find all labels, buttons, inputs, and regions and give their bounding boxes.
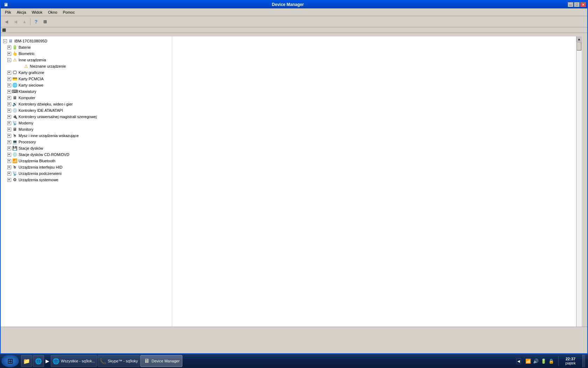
kgraf-label: Karty graficzne <box>19 70 44 75</box>
bt-expander[interactable]: + <box>6 158 12 164</box>
toolbar-back-btn[interactable]: ◀ <box>2 18 10 26</box>
komp-expander[interactable]: + <box>6 95 12 101</box>
kusb-icon: 🔌 <box>12 114 18 120</box>
mod-expander[interactable]: + <box>6 120 12 126</box>
quicklaunch-explorer[interactable]: 📁 <box>21 355 32 367</box>
tree-root-node[interactable]: – 🖥 IBM-17C8108095D <box>1 38 172 44</box>
systray-separator <box>558 356 559 366</box>
tree-node-bluetooth[interactable]: + 📶 Urządzenia Bluetooth <box>1 158 172 164</box>
stcd-label: Stacje dysków CD-ROM/DVD <box>19 152 69 157</box>
kide-icon: 💿 <box>12 108 18 113</box>
toolbar-up-btn[interactable]: ▲ <box>20 18 29 26</box>
sys-expander[interactable]: + <box>6 177 12 183</box>
quicklaunch-arrow[interactable]: ▶ <box>45 358 50 364</box>
show-desktop-btn[interactable] <box>582 355 585 367</box>
stcd-icon: 💿 <box>12 152 18 157</box>
taskbar-wszystkie[interactable]: 🌐 Wszystkie - sq9ok... <box>51 355 97 367</box>
menu-bar: Plik Akcja Widok Okno Pomoc <box>1 8 587 16</box>
scrollbar-up-btn[interactable]: ▲ <box>576 36 582 42</box>
tree-node-karty-graf[interactable]: + 🖵 Karty graficzne <box>1 69 172 76</box>
kpcm-expander[interactable]: + <box>6 76 12 82</box>
vertical-scrollbar[interactable]: ▲ ▼ <box>576 36 582 334</box>
menu-akcja[interactable]: Akcja <box>14 9 29 15</box>
systray-volume-icon[interactable]: 🔊 <box>533 359 539 364</box>
ksiec-label: Karty sieciowe <box>19 83 43 87</box>
biometric-expander[interactable]: + <box>6 51 12 56</box>
mysz-expander[interactable]: + <box>6 133 12 138</box>
kusb-expander[interactable]: + <box>6 114 12 120</box>
tree-node-inne[interactable]: – ⚠ Inne urządzenia <box>1 57 172 63</box>
tree-node-hid[interactable]: + 🖱 Urządzenia interfejsu HID <box>1 164 172 170</box>
menu-pomoc[interactable]: Pomoc <box>60 9 78 15</box>
systray-network-icon[interactable]: 📶 <box>525 359 531 364</box>
menu-plik[interactable]: Plik <box>2 9 14 15</box>
tree-node-podczerwien[interactable]: + 📡 Urządzenia podczerwieni <box>1 170 172 177</box>
bt-label: Urządzenia Bluetooth <box>19 159 55 163</box>
tree-node-procesory[interactable]: + 💻 Procesory <box>1 139 172 145</box>
nieznane-icon: ⚠ <box>23 63 29 69</box>
systray-battery-icon[interactable]: 🔋 <box>541 359 546 364</box>
tree-node-baterie[interactable]: + 🔋 Baterie <box>1 44 172 50</box>
tree-node-karty-siec[interactable]: + 🌐 Karty sieciowe <box>1 82 172 88</box>
kide-expander[interactable]: + <box>6 108 12 113</box>
browser-icon: 🌐 <box>35 358 42 364</box>
tree-node-systemowe[interactable]: + ⚙ Urządzenia systemowe <box>1 177 172 183</box>
kdzw-icon: 🔊 <box>12 101 18 107</box>
tree-node-nieznane[interactable]: ⚠ Nieznane urządzenie <box>1 63 172 69</box>
root-expander[interactable]: – <box>2 38 8 44</box>
taskbar-skype[interactable]: 📞 Skype™ - sq9oky <box>98 355 140 367</box>
mon-expander[interactable]: + <box>6 127 12 132</box>
stdys-expander[interactable]: + <box>6 145 12 151</box>
poc-expander[interactable]: + <box>6 171 12 176</box>
tree-node-monitory[interactable]: + 🖥 Monitory <box>1 126 172 132</box>
tree-node-kontrol-usb[interactable]: + 🔌 Kontrolery uniwersalnej magistrali s… <box>1 114 172 120</box>
root-expander-box[interactable]: – <box>3 39 7 43</box>
toolbar-toggle-btn[interactable]: ⊞ <box>41 18 49 26</box>
wszystkie-label: Wszystkie - sq9ok... <box>61 359 95 363</box>
maximize-button[interactable]: □ <box>574 2 580 7</box>
tree-node-karty-pcm[interactable]: + 💳 Karty PCMCIA <box>1 76 172 82</box>
toolbar-forward-btn[interactable]: ◀ <box>11 18 20 26</box>
address-bar: ⬛ <box>1 27 587 33</box>
kdzw-expander[interactable]: + <box>6 101 12 107</box>
close-button[interactable]: ✕ <box>580 2 586 7</box>
inne-expander[interactable]: – <box>6 57 12 63</box>
devmgr-icon: 🖥 <box>143 357 150 364</box>
hid-expander[interactable]: + <box>6 164 12 170</box>
klaw-expander[interactable]: + <box>6 89 12 94</box>
kpcm-icon: 💳 <box>12 76 18 82</box>
tree-node-biometric[interactable]: + 👆 Biometric <box>1 50 172 57</box>
tree-node-stacje-dys[interactable]: + 💾 Stacje dysków <box>1 145 172 151</box>
nieznane-expander <box>18 63 23 69</box>
main-content: – 🖥 IBM-17C8108095D + 🔋 Baterie + 👆 Biom… <box>1 36 582 334</box>
scrollbar-thumb[interactable] <box>577 42 581 50</box>
baterie-expander[interactable]: + <box>6 45 12 50</box>
systray-security-icon[interactable]: 🔒 <box>548 359 554 364</box>
menu-widok[interactable]: Widok <box>29 9 46 15</box>
tree-node-klawiatury[interactable]: + ⌨ Klawiatury <box>1 88 172 95</box>
systray-area: 📶 🔊 🔋 🔒 <box>523 359 557 364</box>
tree-node-kontrol-dzw[interactable]: + 🔊 Kontrolery dźwięku, wideo i gier <box>1 101 172 107</box>
systray-expand-btn[interactable]: ◀ <box>516 358 521 364</box>
toolbar-help-btn[interactable]: ? <box>32 18 40 26</box>
ksiec-expander[interactable]: + <box>6 82 12 88</box>
baterie-icon: 🔋 <box>12 45 18 50</box>
tree-node-kontrol-ide[interactable]: + 💿 Kontrolery IDE ATA/ATAPI <box>1 107 172 114</box>
menu-okno[interactable]: Okno <box>45 9 60 15</box>
tree-node-mysz[interactable]: + 🖱 Mysz i inne urządzenia wskazujące <box>1 132 172 139</box>
biometric-icon: 👆 <box>12 51 18 56</box>
tree-node-komputer[interactable]: + 🖥 Komputer <box>1 95 172 101</box>
tree-node-modemy[interactable]: + 📡 Modemy <box>1 120 172 126</box>
kgraf-expander[interactable]: + <box>6 70 12 75</box>
device-tree: – 🖥 IBM-17C8108095D + 🔋 Baterie + 👆 Biom… <box>1 36 172 184</box>
stcd-expander[interactable]: + <box>6 152 12 157</box>
tree-node-stacje-cd[interactable]: + 💿 Stacje dysków CD-ROM/DVD <box>1 151 172 158</box>
quicklaunch-browser[interactable]: 🌐 <box>33 355 44 367</box>
proc-expander[interactable]: + <box>6 139 12 145</box>
clock-area[interactable]: 22:37 piątek <box>560 357 581 365</box>
root-icon: 🖥 <box>8 38 13 44</box>
taskbar-devmgr[interactable]: 🖥 Device Manager <box>140 355 182 367</box>
start-button[interactable]: ⊞ <box>1 355 19 367</box>
poc-icon: 📡 <box>12 171 18 176</box>
minimize-button[interactable]: — <box>568 2 573 7</box>
